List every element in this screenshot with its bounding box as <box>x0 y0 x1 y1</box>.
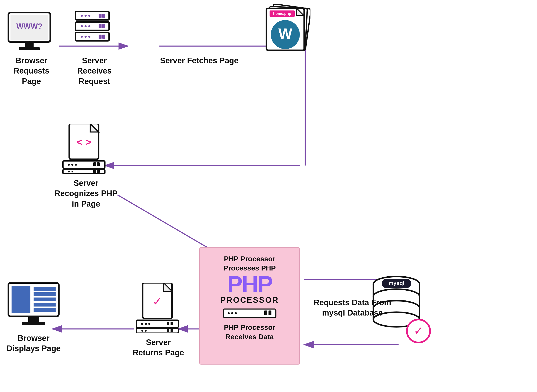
svg-rect-94 <box>167 322 169 325</box>
svg-point-30 <box>81 25 83 27</box>
svg-rect-99 <box>167 329 169 332</box>
svg-rect-102 <box>12 286 30 313</box>
arrow-wp-down <box>300 46 310 166</box>
svg-rect-33 <box>99 24 101 28</box>
svg-rect-105 <box>33 298 56 301</box>
svg-point-65 <box>228 312 230 314</box>
svg-point-38 <box>88 36 90 38</box>
server-recognizes-icon: < > <box>61 124 107 174</box>
php-big-text: PHP <box>227 273 272 296</box>
svg-point-61 <box>71 171 73 173</box>
svg-rect-28 <box>102 14 105 18</box>
svg-point-26 <box>88 15 90 17</box>
svg-rect-103 <box>33 287 56 291</box>
svg-point-93 <box>148 323 150 325</box>
svg-rect-106 <box>33 303 56 307</box>
diagram-container: WWW? Browser Requests Page Server Receiv… <box>0 0 537 392</box>
svg-rect-22 <box>19 47 40 50</box>
svg-point-60 <box>68 171 70 173</box>
php-processor-text: PROCESSOR <box>220 296 279 305</box>
svg-text:< >: < > <box>76 137 91 148</box>
svg-rect-40 <box>102 35 105 39</box>
svg-point-92 <box>145 323 147 325</box>
arrow-server-to-browser-display <box>50 324 138 334</box>
svg-rect-104 <box>33 292 56 296</box>
php-server-rack-icon <box>222 308 277 318</box>
svg-rect-63 <box>97 170 100 173</box>
server-returns-icon: ✓ <box>134 283 181 333</box>
svg-point-31 <box>85 25 87 27</box>
svg-text:✓: ✓ <box>414 324 423 337</box>
svg-rect-27 <box>99 14 101 18</box>
svg-rect-34 <box>102 24 105 28</box>
svg-rect-57 <box>93 162 96 166</box>
svg-point-32 <box>88 25 90 27</box>
requests-data-label: Requests Data From mysql Database <box>313 298 392 318</box>
svg-rect-109 <box>28 316 39 323</box>
browser-displays-label: Browser Displays Page <box>4 333 63 354</box>
svg-rect-110 <box>22 322 45 325</box>
svg-text:home.php: home.php <box>273 12 291 16</box>
svg-point-67 <box>235 312 237 314</box>
browser-requests-label: Browser Requests Page <box>4 56 59 87</box>
svg-point-24 <box>81 15 83 17</box>
server-receives-label: Server Receives Request <box>69 56 119 87</box>
svg-point-56 <box>75 164 77 166</box>
php-processor-bottom-label: PHP Processor Receives Data <box>208 323 291 341</box>
svg-rect-62 <box>93 170 96 173</box>
svg-point-98 <box>145 330 147 332</box>
svg-point-54 <box>68 164 70 166</box>
svg-point-66 <box>231 312 233 314</box>
svg-rect-39 <box>99 35 101 39</box>
svg-point-36 <box>81 36 83 38</box>
server-receives-icon <box>71 8 113 50</box>
browser-monitor-icon: WWW? <box>6 10 52 52</box>
server-fetches-label: Server Fetches Page <box>157 56 241 66</box>
browser-displays-icon <box>6 281 61 329</box>
svg-rect-107 <box>33 308 56 312</box>
server-returns-label: Server Returns Page <box>130 337 187 358</box>
svg-rect-69 <box>268 311 271 315</box>
svg-text:mysql: mysql <box>389 280 404 286</box>
php-processor-box: PHP Processor Processes PHP PHP PROCESSO… <box>199 247 300 364</box>
svg-rect-21 <box>25 42 33 48</box>
svg-point-91 <box>141 323 143 325</box>
svg-point-55 <box>71 164 73 166</box>
svg-rect-68 <box>264 311 267 315</box>
svg-rect-95 <box>171 322 173 325</box>
svg-text:WWW?: WWW? <box>16 22 42 31</box>
svg-point-97 <box>141 330 143 332</box>
svg-point-25 <box>85 15 87 17</box>
svg-text:✓: ✓ <box>152 295 162 308</box>
php-processor-top-label: PHP Processor Processes PHP <box>208 254 291 273</box>
arrow-wp-left <box>103 160 304 171</box>
svg-text:W: W <box>278 26 292 42</box>
server-recognizes-label: Server Recognizes PHP in Page <box>52 178 119 209</box>
svg-rect-100 <box>171 329 173 332</box>
wordpress-folder-icon: home.php W <box>252 4 310 55</box>
svg-rect-58 <box>97 162 100 166</box>
svg-point-37 <box>85 36 87 38</box>
